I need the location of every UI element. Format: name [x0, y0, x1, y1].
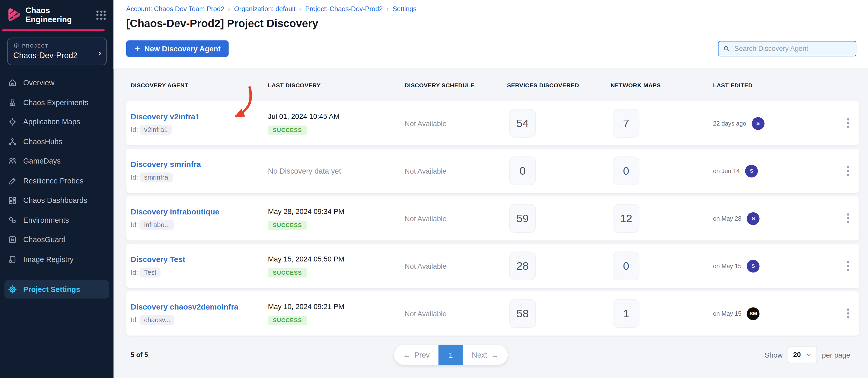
- last-discovery-date: May 28, 2024 09:34 PM: [268, 207, 405, 215]
- breadcrumb-separator: ›: [386, 5, 389, 12]
- network-maps-count: 1: [613, 299, 640, 328]
- sidebar-item-chaos-experiments[interactable]: Chaos Experiments: [0, 93, 114, 112]
- module-grid-icon[interactable]: [96, 10, 105, 20]
- agent-name-link[interactable]: Discovery smrinfra: [131, 160, 268, 168]
- sidebar-item-chaos-dashboards[interactable]: Chaos Dashboards: [0, 191, 114, 210]
- kebab-menu-icon[interactable]: [837, 118, 859, 128]
- agent-id: Id: Test: [131, 267, 268, 277]
- sidebar-item-resilience-probes[interactable]: Resilience Probes: [0, 171, 114, 191]
- sidebar-item-environments[interactable]: Environments: [0, 210, 114, 230]
- col-services-discovered: SERVICES DISCOVERED: [507, 82, 611, 89]
- table-row: Discovery v2infra1 Id: v2infra1 Jul 01, …: [126, 101, 859, 145]
- agent-name-link[interactable]: Discovery Test: [131, 254, 268, 263]
- agent-id: Id: infrabo...: [131, 220, 268, 230]
- arrow-left-icon: ←: [403, 351, 411, 359]
- sidebar-item-label: Resilience Probes: [23, 177, 84, 185]
- new-discovery-agent-button[interactable]: + New Discovery Agent: [126, 40, 229, 57]
- last-discovery-date: May 10, 2024 09:21 PM: [268, 302, 405, 310]
- plus-icon: +: [134, 44, 140, 53]
- no-discovery-text: No Discovery data yet: [268, 167, 405, 175]
- agent-name-link[interactable]: Discovery infraboutique: [131, 207, 268, 216]
- agent-id: Id: chaosv...: [131, 315, 268, 325]
- breadcrumb-link-3[interactable]: Settings: [393, 5, 416, 13]
- prev-label: Prev: [414, 351, 430, 359]
- sidebar-item-label: ChaosHubs: [23, 137, 62, 146]
- avatar[interactable]: S: [747, 212, 760, 225]
- sidebar-item-image-registry[interactable]: Image Registry: [0, 250, 114, 269]
- table-row: Discovery Test Id: Test May 15, 2024 05:…: [126, 244, 859, 288]
- breadcrumb-link-2[interactable]: Project: Chaos-Dev-Prod2: [305, 5, 383, 13]
- per-page-label: per page: [822, 351, 850, 359]
- breadcrumb: Account: Chaos Dev Team Prod2›Organizati…: [126, 5, 856, 13]
- hexagons-icon: [8, 215, 17, 225]
- next-page-button[interactable]: Next →: [463, 345, 507, 365]
- sidebar-nav: Overview Chaos Experiments Application M…: [0, 73, 114, 378]
- sidebar-item-project-settings[interactable]: Project Settings: [4, 280, 109, 299]
- services-discovered-count: 59: [509, 204, 536, 233]
- last-edited-time: on Jun 14: [713, 167, 740, 174]
- sidebar-item-overview[interactable]: Overview: [0, 73, 114, 93]
- kebab-menu-icon[interactable]: [837, 261, 859, 271]
- discovery-schedule-value: Not Available: [405, 167, 446, 175]
- project-label: PROJECT: [22, 43, 49, 48]
- project-name: Chaos-Dev-Prod2: [13, 51, 101, 60]
- sidebar-item-label: Project Settings: [23, 285, 80, 294]
- chevron-down-icon: [806, 352, 811, 357]
- cube-icon: [13, 43, 20, 49]
- prev-page-button[interactable]: ← Prev: [394, 345, 438, 365]
- breadcrumb-link-1[interactable]: Organization: default: [234, 5, 296, 13]
- services-discovered-count: 58: [509, 299, 536, 328]
- people-icon: [8, 157, 17, 166]
- accent-divider: [2, 29, 105, 31]
- last-edited: on May 15 S: [713, 260, 837, 272]
- brand-name: Chaos Engineering: [25, 6, 92, 24]
- agent-id-value: chaosv...: [140, 315, 175, 325]
- last-edited: on May 28 S: [713, 212, 837, 225]
- status-badge: SUCCESS: [268, 315, 307, 325]
- agent-id-value: smrinfra: [140, 172, 173, 182]
- search-input[interactable]: [733, 44, 851, 53]
- kebab-menu-icon[interactable]: [837, 213, 859, 223]
- avatar[interactable]: S: [745, 165, 758, 177]
- sidebar-item-label: ChaosGuard: [23, 236, 66, 244]
- page-size-group: Show 20 per page: [765, 347, 859, 363]
- last-discovery-date: May 15, 2024 05:50 PM: [268, 254, 405, 263]
- sidebar-item-chaosguard[interactable]: ChaosGuard: [0, 230, 114, 250]
- avatar[interactable]: S: [747, 260, 760, 272]
- kebab-menu-icon[interactable]: [837, 166, 859, 175]
- sidebar-item-gamedays[interactable]: GameDays: [0, 151, 114, 171]
- agent-id-value: v2infra1: [140, 125, 172, 135]
- discovery-schedule-value: Not Available: [405, 262, 446, 270]
- discovery-schedule-value: Not Available: [405, 310, 446, 318]
- project-selector[interactable]: PROJECT Chaos-Dev-Prod2 ›: [7, 37, 107, 65]
- sidebar-item-application-maps[interactable]: Application Maps: [0, 112, 114, 132]
- sidebar-item-chaoshubs[interactable]: ChaosHubs: [0, 132, 114, 151]
- chaos-engineering-logo-icon: [7, 8, 21, 22]
- page-size-value: 20: [793, 351, 801, 359]
- network-maps-count: 0: [613, 252, 640, 280]
- col-network-maps: NETWORK MAPS: [611, 82, 713, 89]
- kebab-menu-icon[interactable]: [837, 309, 859, 318]
- home-icon: [8, 78, 17, 87]
- avatar[interactable]: S: [752, 117, 765, 130]
- network-maps-count: 12: [613, 204, 640, 233]
- chevron-right-icon[interactable]: ›: [99, 48, 101, 57]
- agent-id-value: Test: [140, 267, 161, 277]
- sidebar-item-label: Image Registry: [23, 255, 73, 264]
- table-header-row: DISCOVERY AGENT LAST DISCOVERY DISCOVERY…: [126, 69, 859, 101]
- agent-name-link[interactable]: Discovery v2infra1: [131, 112, 268, 121]
- search-icon: [723, 45, 730, 53]
- page-number-current[interactable]: 1: [438, 345, 463, 365]
- agent-name-link[interactable]: Discovery chaosv2demoinfra: [131, 302, 268, 311]
- project-label-row: PROJECT: [13, 43, 101, 49]
- avatar[interactable]: SM: [747, 307, 760, 320]
- breadcrumb-link-0[interactable]: Account: Chaos Dev Team Prod2: [126, 5, 224, 13]
- gear-icon: [8, 285, 17, 294]
- last-edited-time: on May 15: [713, 310, 742, 317]
- dashboard-icon: [8, 196, 17, 205]
- status-badge: SUCCESS: [268, 220, 307, 230]
- shield-lock-icon: [8, 235, 17, 244]
- page-size-select[interactable]: 20: [787, 347, 817, 363]
- breadcrumb-separator: ›: [299, 5, 301, 12]
- registry-icon: [8, 255, 17, 264]
